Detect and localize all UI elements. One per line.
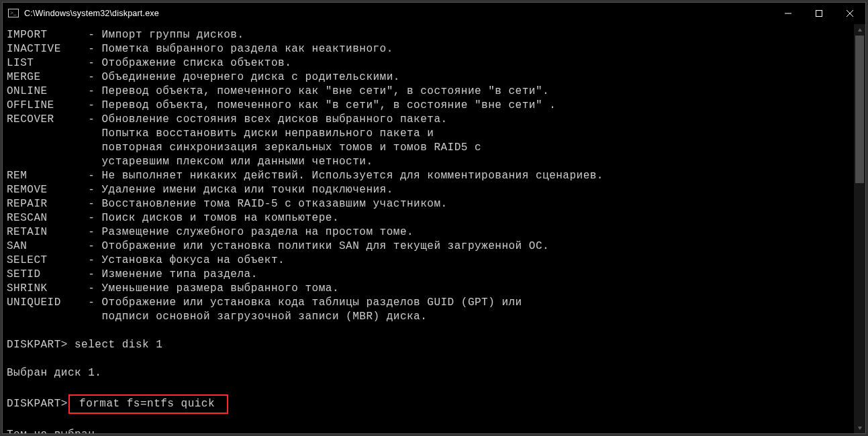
close-button[interactable] — [834, 3, 865, 24]
prompt-line-highlighted: DISKPART> format fs=ntfs quick — [7, 394, 854, 414]
titlebar-left: >_ C:\Windows\system32\diskpart.exe — [3, 8, 159, 19]
svg-rect-3 — [816, 11, 822, 17]
partial-line: Том не выбран — [7, 428, 854, 433]
response-line: Выбран диск 1. — [7, 366, 854, 380]
help-line: повторная синхронизация зеркальных томов… — [7, 141, 854, 155]
window-controls — [773, 3, 865, 24]
help-line: REMOVE - Удаление имени диска или точки … — [7, 183, 854, 197]
cmd-icon: >_ — [8, 8, 19, 19]
blank-line — [7, 352, 854, 366]
help-line: IMPORT - Импорт группы дисков. — [7, 28, 854, 42]
prompt-line: DISKPART> select disk 1 — [7, 338, 854, 352]
help-line: REM - Не выполняет никаких действий. Исп… — [7, 169, 854, 183]
blank-line — [7, 380, 854, 394]
blank-line — [7, 324, 854, 338]
svg-marker-7 — [858, 427, 862, 430]
scroll-up-button[interactable] — [854, 24, 865, 36]
svg-marker-6 — [858, 28, 862, 32]
help-line: RECOVER - Обновление состояния всех диск… — [7, 113, 854, 127]
help-line: OFFLINE - Перевод объекта, помеченного к… — [7, 99, 854, 113]
help-line: RETAIN - Размещение служебного раздела н… — [7, 225, 854, 239]
highlighted-command: format fs=ntfs quick — [68, 394, 228, 414]
svg-text:>_: >_ — [10, 9, 17, 16]
minimize-button[interactable] — [773, 3, 804, 24]
help-line: REPAIR - Восстановление тома RAID-5 с от… — [7, 197, 854, 211]
help-line: SELECT - Установка фокуса на объект. — [7, 254, 854, 268]
help-line: устаревшим плексом или данными четности. — [7, 155, 854, 169]
help-line: LIST - Отображение списка объектов. — [7, 56, 854, 70]
scroll-down-button[interactable] — [854, 422, 865, 433]
help-line: ONLINE - Перевод объекта, помеченного ка… — [7, 85, 854, 99]
blank-line — [7, 414, 854, 428]
help-line: SHRINK - Уменьшение размера выбранного т… — [7, 282, 854, 296]
help-line: Попытка восстановить диски неправильного… — [7, 127, 854, 141]
help-line: INACTIVE - Пометка выбранного раздела ка… — [7, 42, 854, 56]
help-line: MERGE - Объединение дочернего диска с ро… — [7, 70, 854, 85]
scroll-track[interactable] — [854, 36, 865, 422]
diskpart-window: >_ C:\Windows\system32\diskpart.exe IMPO… — [2, 2, 866, 434]
maximize-button[interactable] — [804, 3, 834, 24]
scrollbar[interactable] — [854, 24, 865, 433]
titlebar[interactable]: >_ C:\Windows\system32\diskpart.exe — [3, 3, 865, 24]
help-line: UNIQUEID - Отображение или установка код… — [7, 296, 854, 310]
window-title: C:\Windows\system32\diskpart.exe — [24, 9, 159, 18]
help-line: SAN - Отображение или установка политики… — [7, 239, 854, 254]
scroll-thumb[interactable] — [855, 36, 864, 183]
help-line: SETID - Изменение типа раздела. — [7, 268, 854, 282]
help-line: RESCAN - Поиск дисков и томов на компьют… — [7, 211, 854, 225]
prompt-text: DISKPART> — [7, 397, 68, 411]
content-area: IMPORT - Импорт группы дисков.INACTIVE -… — [3, 24, 865, 433]
help-line: подписи основной загрузочной записи (MBR… — [7, 310, 854, 324]
terminal-output[interactable]: IMPORT - Импорт группы дисков.INACTIVE -… — [3, 24, 854, 433]
